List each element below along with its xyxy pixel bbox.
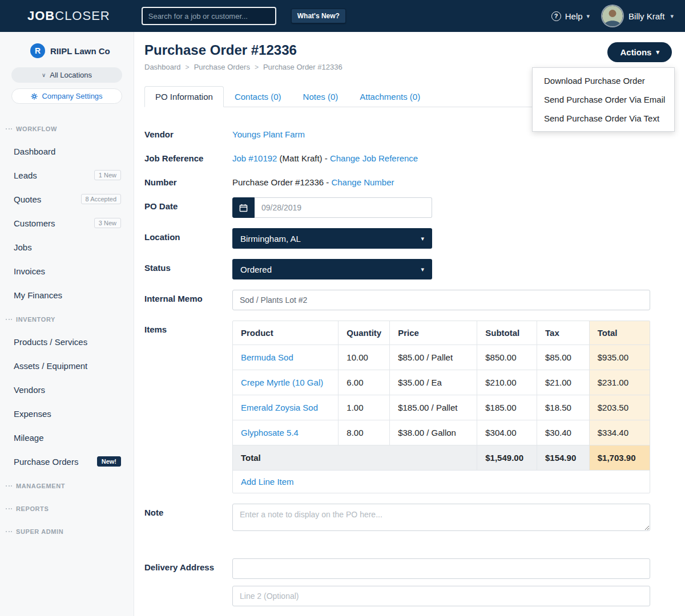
logo-bold: JOB <box>27 9 55 23</box>
company-name: RIIPL Lawn Co <box>50 46 110 56</box>
sidebar-item-my-finances[interactable]: My Finances <box>0 283 134 307</box>
subtotal-cell: $210.00 <box>477 370 537 395</box>
tab-po-information[interactable]: PO Information <box>144 86 224 107</box>
delivery-address-line2-input[interactable] <box>232 586 650 606</box>
user-name: Billy Kraft <box>628 11 664 21</box>
add-line-item-link[interactable]: Add Line Item <box>241 477 294 487</box>
sidebar-item-assets-equipment[interactable]: Assets / Equipment <box>0 354 134 378</box>
vendor-link[interactable]: Youngs Plant Farm <box>232 129 305 139</box>
sidebar-item-label: Vendors <box>14 385 45 395</box>
logo-light: CLOSER <box>55 9 110 23</box>
sidebar-item-vendors[interactable]: Vendors <box>0 378 134 402</box>
job-reference-row: Job Reference Job #10192 (Matt Kraft) - … <box>144 149 672 163</box>
sidebar-item-label: Quotes <box>14 194 41 204</box>
sidebar-item-invoices[interactable]: Invoices <box>0 259 134 283</box>
internal-memo-label: Internal Memo <box>144 290 232 310</box>
location-value: Birmingham, AL <box>240 234 301 244</box>
tab-notes[interactable]: Notes (0) <box>292 86 349 107</box>
sidebar-item-quotes[interactable]: Quotes 8 Accepted <box>0 187 134 211</box>
all-locations-dropdown[interactable]: ∨ All Locations <box>11 67 122 83</box>
table-row: Glyphosate 5.4 8.00 $38.00 / Gallon $304… <box>233 420 650 445</box>
col-product: Product <box>233 321 339 345</box>
breadcrumb-dashboard[interactable]: Dashboard <box>144 63 181 71</box>
topbar: JOBCLOSER What's New? ? Help ▾ Billy Kra… <box>0 0 685 32</box>
po-form: Vendor Youngs Plant Farm Job Reference J… <box>144 125 672 606</box>
product-link[interactable]: Bermuda Sod <box>241 352 293 362</box>
delivery-address-label: Delivery Address <box>144 558 232 606</box>
leads-badge: 1 New <box>94 170 121 180</box>
sidebar-item-leads[interactable]: Leads 1 New <box>0 163 134 187</box>
sidebar-item-label: Mileage <box>14 433 44 443</box>
sidebar-item-mileage[interactable]: Mileage <box>0 425 134 449</box>
tax-cell: $30.40 <box>537 420 590 445</box>
gear-icon <box>31 93 38 100</box>
subtotal-cell: $304.00 <box>477 420 537 445</box>
col-tax: Tax <box>537 321 590 345</box>
user-menu[interactable]: Billy Kraft ▾ <box>602 6 674 26</box>
sidebar-item-purchase-orders[interactable]: Purchase Orders New! <box>0 449 134 473</box>
sidebar-item-expenses[interactable]: Expenses <box>0 402 134 425</box>
product-link[interactable]: Crepe Myrtle (10 Gal) <box>241 378 323 387</box>
chevron-down-icon: ▾ <box>656 48 659 56</box>
breadcrumb-current: Purchase Order #12336 <box>263 63 342 71</box>
location-row: Location Birmingham, AL ▾ <box>144 228 672 249</box>
product-link[interactable]: Glyphosate 5.4 <box>241 428 299 437</box>
avatar-image <box>602 6 623 26</box>
company-settings-button[interactable]: Company Settings <box>11 88 122 104</box>
status-select[interactable]: Ordered ▾ <box>232 259 432 279</box>
chevron-down-icon: ∨ <box>42 72 46 78</box>
sidebar-item-label: Leads <box>14 171 37 180</box>
company-header[interactable]: R RIIPL Lawn Co <box>0 43 134 58</box>
change-number-link[interactable]: Change Number <box>331 177 394 187</box>
actions-button[interactable]: Actions ▾ <box>607 42 672 62</box>
job-owner-text: (Matt Kraft) - <box>280 153 328 163</box>
sidebar-item-customers[interactable]: Customers 3 New <box>0 211 134 235</box>
job-link[interactable]: Job #10192 <box>232 153 277 163</box>
delivery-address-row: Delivery Address <box>144 558 672 606</box>
location-select[interactable]: Birmingham, AL ▾ <box>232 228 432 249</box>
sidebar-item-products-services[interactable]: Products / Services <box>0 330 134 354</box>
tab-attachments[interactable]: Attachments (0) <box>349 86 431 107</box>
location-label: Location <box>144 228 232 249</box>
whats-new-button[interactable]: What's New? <box>291 9 346 23</box>
status-value: Ordered <box>240 265 272 274</box>
sidebar-item-label: Dashboard <box>14 147 55 156</box>
section-header-workflow: WORKFLOW <box>0 116 134 139</box>
note-textarea[interactable] <box>232 504 650 531</box>
col-quantity: Quantity <box>339 321 390 345</box>
job-reference-label: Job Reference <box>144 149 232 163</box>
subtotal-cell: $185.00 <box>477 395 537 420</box>
number-label: Number <box>144 173 232 187</box>
sidebar-item-jobs[interactable]: Jobs <box>0 235 134 259</box>
table-row: Crepe Myrtle (10 Gal) 6.00 $35.00 / Ea $… <box>233 370 650 395</box>
section-header-super-admin[interactable]: SUPER ADMIN <box>0 519 134 542</box>
delivery-address-line1-input[interactable] <box>232 558 650 579</box>
change-job-reference-link[interactable]: Change Job Reference <box>330 153 418 163</box>
po-date-input[interactable] <box>255 197 432 218</box>
all-locations-label: All Locations <box>50 71 92 79</box>
menu-item-download-po[interactable]: Download Purchase Order <box>533 71 674 90</box>
quantity-cell: 6.00 <box>339 370 390 395</box>
help-menu[interactable]: ? Help ▾ <box>551 11 590 21</box>
chevron-down-icon: ▾ <box>421 235 424 242</box>
product-link[interactable]: Emerald Zoysia Sod <box>241 403 318 412</box>
menu-item-send-po-email[interactable]: Send Purchase Order Via Email <box>533 90 674 109</box>
calendar-icon <box>239 204 248 212</box>
menu-item-send-po-text[interactable]: Send Purchase Order Via Text <box>533 109 674 128</box>
sidebar-item-dashboard[interactable]: Dashboard <box>0 139 134 163</box>
breadcrumb-purchase-orders[interactable]: Purchase Orders <box>194 63 250 71</box>
total-tax-cell: $154.90 <box>537 445 590 471</box>
quantity-cell: 10.00 <box>339 345 390 370</box>
items-header-row: Product Quantity Price Subtotal Tax Tota… <box>233 321 650 345</box>
section-header-inventory: INVENTORY <box>0 307 134 330</box>
section-header-reports[interactable]: REPORTS <box>0 496 134 519</box>
col-price: Price <box>390 321 477 345</box>
note-row: Note <box>144 504 672 533</box>
po-date-label: PO Date <box>144 197 232 218</box>
internal-memo-input[interactable] <box>232 290 650 310</box>
calendar-button[interactable] <box>232 197 255 218</box>
tab-contacts[interactable]: Contacts (0) <box>224 86 292 107</box>
global-search-input[interactable] <box>142 7 276 25</box>
app-logo[interactable]: JOBCLOSER <box>27 9 110 23</box>
section-header-management[interactable]: MANAGEMENT <box>0 473 134 496</box>
